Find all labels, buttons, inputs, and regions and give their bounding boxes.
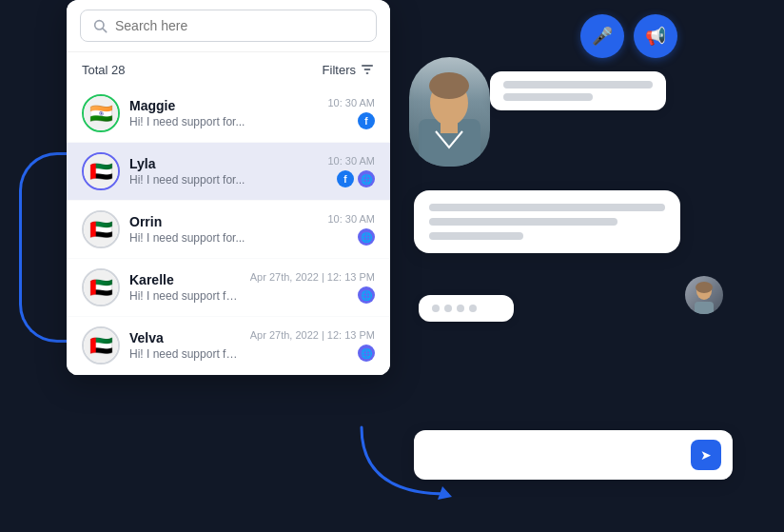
web-icon-orrin: 🌐 (358, 228, 375, 246)
conv-platforms-lyla: f 🌐 (337, 170, 375, 187)
svg-rect-8 (441, 122, 458, 133)
svg-point-7 (429, 72, 469, 99)
conv-info-maggie: Maggie Hi! I need support for... (129, 98, 318, 128)
conv-platforms-maggie: f (358, 112, 375, 129)
filter-icon (360, 62, 375, 77)
typing-dot-2 (444, 305, 452, 312)
conv-time-maggie: 10: 30 AM (327, 97, 375, 108)
typing-dot-3 (457, 305, 464, 312)
person-silhouette (409, 57, 490, 167)
facebook-icon-maggie: f (358, 112, 375, 129)
conv-time-karelle: Apr 27th, 2022 | 12: 13 PM (250, 271, 375, 283)
conv-meta-orrin: 10: 30 AM 🌐 (327, 213, 375, 246)
typing-dot-4 (469, 305, 477, 312)
conv-info-velva: Velva Hi! I need support for... (129, 330, 241, 361)
megaphone-icon: 📢 (645, 26, 666, 47)
conversation-list-panel: Total 28 Filters 🇮🇳 Maggie Hi! I need su… (67, 0, 390, 375)
conv-meta-maggie: 10: 30 AM f (327, 97, 375, 129)
conversation-item-orrin[interactable]: 🇦🇪 Orrin Hi! I need support for... 10: 3… (67, 201, 390, 259)
typing-dot-1 (432, 305, 440, 312)
megaphone-button[interactable]: 📢 (634, 14, 677, 58)
filters-label: Filters (323, 63, 356, 77)
conv-time-lyla: 10: 30 AM (327, 155, 375, 167)
total-count: Total 28 (82, 63, 126, 77)
conv-platforms-karelle: 🌐 (358, 286, 375, 304)
search-input[interactable] (115, 18, 364, 33)
message-bubble-1 (490, 71, 666, 110)
conv-preview-karelle: Hi! I need support for... (129, 289, 241, 303)
chat-text-input[interactable] (425, 447, 683, 463)
conv-preview-maggie: Hi! I need support for... (129, 115, 318, 128)
conversation-item-maggie[interactable]: 🇮🇳 Maggie Hi! I need support for... 10: … (67, 85, 390, 143)
chat-avatar-small (685, 276, 723, 314)
search-input-wrapper[interactable] (80, 10, 377, 42)
send-icon: ➤ (700, 447, 712, 463)
msg-line-2 (503, 93, 593, 101)
conv-name-orrin: Orrin (129, 214, 318, 229)
action-buttons-row: 🎤 📢 (580, 14, 677, 58)
conv-time-velva: Apr 27th, 2022 | 12: 13 PM (250, 329, 375, 341)
facebook-icon-lyla: f (337, 170, 354, 187)
search-bar-container (67, 0, 390, 52)
conv-preview-orrin: Hi! I need support for... (129, 231, 318, 245)
msg-line-5 (429, 232, 523, 240)
web-icon-karelle: 🌐 (358, 286, 375, 304)
conv-name-karelle: Karelle (129, 272, 241, 287)
filters-button[interactable]: Filters (323, 62, 375, 77)
msg-line-1 (503, 81, 653, 89)
typing-indicator (419, 295, 514, 322)
conv-info-orrin: Orrin Hi! I need support for... (129, 214, 318, 245)
conv-meta-karelle: Apr 27th, 2022 | 12: 13 PM 🌐 (250, 271, 375, 304)
conv-meta-velva: Apr 27th, 2022 | 12: 13 PM 🌐 (250, 329, 375, 362)
msg-line-4 (429, 218, 617, 226)
mic-icon: 🎤 (592, 26, 613, 47)
conv-time-orrin: 10: 30 AM (327, 213, 375, 225)
svg-point-10 (696, 282, 713, 293)
conv-platforms-orrin: 🌐 (358, 228, 375, 246)
svg-line-1 (103, 29, 107, 32)
web-icon-velva: 🌐 (358, 345, 375, 362)
flag-uae-lyla: 🇦🇪 (84, 154, 118, 188)
flag-india: 🇮🇳 (84, 96, 118, 130)
flag-uae-velva: 🇦🇪 (84, 328, 118, 363)
conversation-item-velva[interactable]: 🇦🇪 Velva Hi! I need support for... Apr 2… (67, 317, 390, 375)
chat-input-area[interactable]: ➤ (414, 430, 733, 480)
list-header: Total 28 Filters (67, 52, 390, 85)
chat-person-icon (685, 276, 723, 314)
msg-line-3 (429, 204, 665, 211)
conversation-item-karelle[interactable]: 🇦🇪 Karelle Hi! I need support for... Apr… (67, 259, 390, 317)
conv-name-velva: Velva (129, 330, 241, 345)
conv-name-lyla: Lyla (129, 156, 318, 171)
conversation-list: 🇮🇳 Maggie Hi! I need support for... 10: … (67, 85, 390, 375)
conv-info-lyla: Lyla Hi! I need support for... (129, 156, 318, 187)
person-photo (409, 57, 490, 167)
avatar-maggie: 🇮🇳 (82, 94, 120, 132)
flag-uae-karelle: 🇦🇪 (84, 270, 118, 305)
web-icon-lyla: 🌐 (358, 170, 375, 187)
avatar-velva: 🇦🇪 (82, 326, 120, 365)
avatar-lyla: 🇦🇪 (82, 152, 120, 190)
svg-rect-11 (695, 302, 714, 314)
flag-uae-orrin: 🇦🇪 (84, 212, 118, 246)
mic-button[interactable]: 🎤 (580, 14, 624, 58)
conv-preview-velva: Hi! I need support for... (129, 347, 241, 361)
search-icon (92, 18, 108, 33)
send-button[interactable]: ➤ (691, 440, 721, 470)
conv-preview-lyla: Hi! I need support for... (129, 173, 318, 187)
conv-meta-lyla: 10: 30 AM f 🌐 (327, 155, 375, 187)
message-bubble-2 (414, 190, 680, 253)
conv-platforms-velva: 🌐 (358, 345, 375, 362)
conversation-item-lyla[interactable]: 🇦🇪 Lyla Hi! I need support for... 10: 30… (67, 143, 390, 201)
avatar-karelle: 🇦🇪 (82, 268, 120, 306)
avatar-orrin: 🇦🇪 (82, 210, 120, 248)
conv-name-maggie: Maggie (129, 98, 318, 113)
conv-info-karelle: Karelle Hi! I need support for... (129, 272, 241, 303)
